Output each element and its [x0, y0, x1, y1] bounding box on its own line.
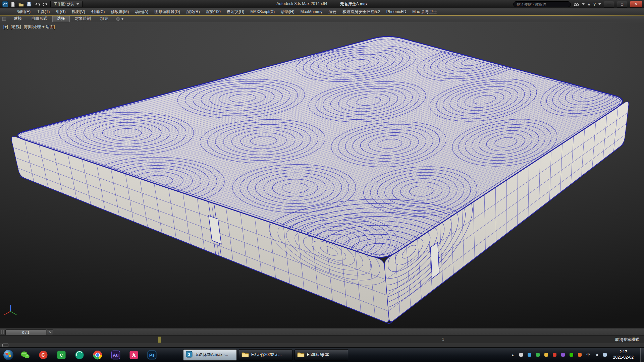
menu-item-12[interactable]: 帮助(H) [278, 9, 298, 15]
window-title: Autodesk 3ds Max 2014 x64 无名床垫A.max [276, 1, 367, 7]
menu-item-16[interactable]: PhoenixFD [383, 9, 409, 14]
tray-app-orange[interactable] [577, 352, 583, 358]
workspace-selector[interactable]: 工作区: 默认 [50, 1, 83, 7]
ribbon-tab-3[interactable]: 对象绘制 [70, 16, 95, 21]
minimize-button[interactable]: — [604, 1, 614, 8]
mini-window-icon[interactable] [2, 344, 8, 347]
tray-network[interactable] [602, 352, 608, 358]
menu-item-3[interactable]: 视图(V) [69, 9, 88, 15]
green-c-app-icon[interactable]: C [52, 348, 70, 362]
next-frame-button[interactable]: > [47, 329, 53, 335]
menu-item-14[interactable]: 渲云 [325, 9, 339, 15]
menu-item-8[interactable]: 渲染(R) [183, 9, 203, 15]
menu-item-0[interactable]: 编辑(E) [14, 9, 34, 15]
cancel-expert-mode-button[interactable]: 取消专家模式 [615, 337, 639, 343]
perspective-viewport[interactable]: [+] [透视] [明暗处理 + 边面] [0, 22, 644, 328]
ribbon-tab-0[interactable]: 建模 [9, 16, 26, 21]
menu-item-10[interactable]: 自定义(U) [224, 9, 248, 15]
tray-ime-chinese[interactable]: 中 [586, 352, 591, 358]
status-bar [0, 343, 644, 347]
wechat-icon[interactable] [16, 348, 34, 362]
3dsmax-logo-icon[interactable] [2, 1, 8, 7]
menu-item-9[interactable]: 渲染100 [203, 9, 224, 15]
wan-app-icon[interactable]: 丸 [125, 348, 143, 362]
taskbar-app-1[interactable]: E:\天竹2020\无... [239, 349, 292, 361]
close-button[interactable]: × [630, 1, 642, 8]
svg-text:丸: 丸 [131, 353, 137, 358]
chevron-down-icon [76, 3, 79, 5]
system-tray: ▲中◀ 2:17 2021-02-02 [510, 348, 644, 362]
3dsmax-app-icon: 3 [186, 351, 193, 359]
infocenter-search-input[interactable] [513, 1, 571, 7]
track-bar[interactable]: 1 取消专家模式 [0, 335, 644, 343]
taskbar-app-0[interactable]: 3无名床垫A.max -... [183, 349, 237, 361]
ribbon-config-button[interactable]: ▾ [116, 16, 123, 21]
audition-icon[interactable]: Au [107, 348, 125, 362]
tray-wechat[interactable] [569, 352, 574, 358]
tray-app-red-dot [553, 353, 556, 357]
favorites-star-icon[interactable]: ★ [587, 2, 591, 7]
photoshop-icon[interactable]: Ps [143, 348, 161, 362]
menu-item-13[interactable]: MaxMummy [298, 9, 325, 14]
help-icon[interactable]: ? [593, 2, 596, 7]
show-desktop-button[interactable] [640, 348, 644, 362]
menu-item-2[interactable]: 组(G) [53, 9, 68, 15]
time-slider-grip[interactable] [1, 330, 4, 334]
ribbon-tab-4[interactable]: 填充 [96, 16, 113, 21]
tray-app-purple[interactable] [560, 352, 566, 358]
browser-360-icon[interactable] [70, 348, 89, 362]
tray-app-red[interactable] [552, 352, 557, 358]
viewport-menu-pov[interactable]: [透视] [11, 24, 21, 29]
quick-launch-dock: CCAu丸Ps [16, 348, 161, 362]
tray-network-dot [603, 353, 607, 357]
workspace-label: 工作区: 默认 [54, 2, 74, 7]
taskbar-app-label: E:\天竹2020\无... [251, 352, 282, 358]
red-c-browser-icon[interactable]: C [34, 348, 52, 362]
tray-app-orange-dot [578, 353, 582, 357]
ribbon-tab-1[interactable]: 自由形式 [27, 16, 52, 21]
search-options-caret[interactable] [582, 3, 585, 5]
search-binoculars-icon[interactable] [574, 1, 579, 7]
menu-item-1[interactable]: 工具(T) [34, 9, 53, 15]
tray-app-blue[interactable] [527, 352, 532, 358]
save-file-icon[interactable] [26, 1, 32, 7]
viewport-menu-shading[interactable]: [明暗处理 + 边面] [24, 24, 55, 29]
maximize-button[interactable]: □ [617, 1, 627, 8]
menu-item-5[interactable]: 修改器(M) [108, 9, 132, 15]
clock-time: 2:17 [613, 350, 634, 355]
menu-item-4[interactable]: 创建(C) [88, 9, 108, 15]
tray-app-yellow[interactable] [544, 352, 549, 358]
tray-wechat-dot [570, 353, 573, 357]
chrome-icon[interactable] [89, 348, 107, 362]
open-file-icon[interactable] [18, 1, 24, 7]
menu-item-11[interactable]: MAXScript(X) [247, 9, 278, 14]
help-caret[interactable] [598, 3, 601, 5]
3dsmax-window: 工作区: 默认 Autodesk 3ds Max 2014 x64 无名床垫A.… [0, 0, 644, 362]
menu-item-17[interactable]: Max 杀毒卫士 [409, 9, 440, 15]
app-title: Autodesk 3ds Max 2014 x64 [276, 1, 327, 7]
hidden-icons-chevron[interactable]: ▲ [510, 352, 516, 358]
menu-item-7[interactable]: 图形编辑器(D) [151, 9, 183, 15]
svg-text:C: C [60, 353, 63, 358]
redo-icon[interactable] [42, 1, 48, 7]
undo-icon[interactable] [34, 1, 40, 7]
taskbar-clock[interactable]: 2:17 2021-02-02 [613, 350, 634, 360]
time-slider-handle[interactable]: 0 / 1 [5, 329, 46, 335]
taskbar-app-buttons: 3无名床垫A.max -...E:\天竹2020\无...E:\3D记事本 [183, 349, 348, 361]
timeline-marker[interactable] [158, 337, 161, 343]
menu-item-15[interactable]: 极速瘦身安全归档5.2 [339, 9, 383, 15]
quick-access-toolbar: 工作区: 默认 [0, 1, 83, 7]
new-file-icon[interactable] [10, 1, 16, 7]
start-button[interactable] [2, 349, 14, 361]
document-title: 无名床垫A.max [340, 1, 368, 7]
tray-app-gray[interactable] [519, 352, 524, 358]
tray-volume[interactable]: ◀ [594, 352, 599, 358]
ribbon-grip-icon[interactable] [2, 17, 6, 21]
ribbon-tab-2[interactable]: 选择 [52, 16, 70, 22]
tray-app-green[interactable] [535, 352, 541, 358]
taskbar-app-2[interactable]: E:\3D记事本 [294, 349, 348, 361]
frame-ruler-label: 1 [442, 337, 444, 341]
viewport-menu-general[interactable]: [+] [3, 24, 8, 29]
menu-item-6[interactable]: 动画(A) [132, 9, 151, 15]
svg-text:Ps: Ps [149, 353, 155, 358]
